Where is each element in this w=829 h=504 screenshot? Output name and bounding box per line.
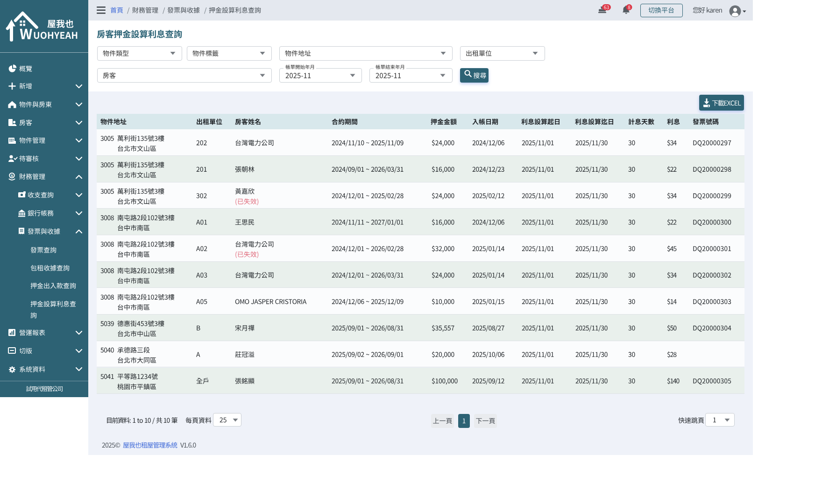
svg-text:$: $ — [11, 174, 13, 178]
